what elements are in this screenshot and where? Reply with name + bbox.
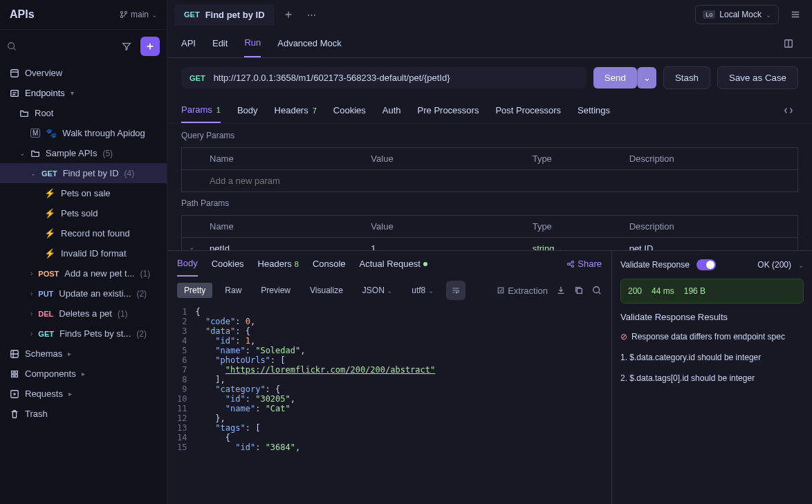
plus-icon (284, 10, 293, 19)
nav-endpoints[interactable]: Endpoints ▾ (0, 83, 167, 103)
col-name: Name (210, 221, 371, 232)
resp-tab-cookies[interactable]: Cookies (212, 252, 244, 276)
nav-find-status[interactable]: › GET Finds Pets by st... (2) (0, 324, 167, 344)
subtab-api[interactable]: API (181, 30, 196, 57)
resp-tab-actual[interactable]: Actual Request (360, 252, 427, 276)
sidebar: APIs main ⌄ Overview Endpoints ▾ Root (0, 0, 167, 504)
format-encoding[interactable]: utf8 ⌄ (405, 283, 440, 298)
menu-button[interactable] (786, 5, 805, 24)
nav-invalid[interactable]: ⚡ Invalid ID format (0, 243, 167, 263)
subtab-mock[interactable]: Advanced Mock (277, 30, 342, 57)
search-icon[interactable] (592, 286, 602, 295)
validate-toggle[interactable] (696, 259, 716, 270)
nav-count: (2) (136, 289, 147, 299)
svg-point-18 (593, 287, 600, 293)
dot-indicator (423, 262, 427, 266)
nav-root[interactable]: Root (0, 103, 167, 123)
param-tab-pre[interactable]: Pre Processors (418, 98, 479, 122)
format-row: Pretty Raw Preview Visualize JSON ⌄ utf8… (167, 277, 611, 304)
table-row[interactable]: ⌄ petId 1 string ⌄ pet ID (181, 237, 798, 251)
nav-count: (1) (140, 269, 150, 279)
format-json[interactable]: JSON ⌄ (356, 283, 399, 298)
chevron-down-icon: ⌄ (643, 73, 651, 83)
nav-find-pet[interactable]: ⌄ GET Find pet by ID (4) (0, 163, 167, 183)
status-text: OK (200) (757, 260, 791, 270)
stash-button[interactable]: Stash (663, 66, 710, 89)
chevron-down-icon: ⌄ (151, 11, 157, 19)
response-left: Body Cookies Headers8 Console Actual Req… (167, 251, 611, 504)
nav-requests[interactable]: Requests ▸ (0, 384, 167, 404)
nav-pets-sale[interactable]: ⚡ Pets on sale (0, 183, 167, 203)
chevron-icon: ▸ (68, 350, 71, 357)
wrap-button[interactable] (446, 281, 465, 300)
download-icon[interactable] (556, 286, 566, 295)
save-case-button[interactable]: Save as Case (717, 66, 798, 89)
table-row-new[interactable] (181, 169, 798, 192)
nav-trash[interactable]: Trash (0, 404, 167, 424)
extraction-icon (497, 286, 505, 295)
nav-count: (2) (136, 329, 147, 339)
response-body[interactable]: 123456789101112131415 { "code": 0, "data… (167, 304, 611, 504)
environment-select[interactable]: Lo Local Mock ⌄ (695, 5, 779, 24)
chevron-right-icon: › (30, 290, 33, 297)
send-dropdown-button[interactable]: ⌄ (637, 67, 656, 88)
nav-schemas[interactable]: Schemas ▸ (0, 344, 167, 364)
format-visualize[interactable]: Visualize (303, 283, 350, 298)
branch-select[interactable]: main ⌄ (120, 10, 157, 19)
layout-button[interactable] (779, 34, 798, 53)
format-pretty[interactable]: Pretty (177, 283, 212, 298)
nav-walkthrough[interactable]: M 🐾 Walk through Apidog (0, 123, 167, 143)
add-button[interactable] (140, 37, 160, 56)
subtab-edit[interactable]: Edit (212, 30, 228, 57)
param-tab-post[interactable]: Post Processors (495, 98, 561, 122)
filter-button[interactable] (117, 37, 136, 56)
subtabs: API Edit Run Advanced Mock (167, 29, 812, 58)
tab-title: Find pet by ID (205, 10, 265, 20)
url-value: http://127.0.0.1:3658/m1/602173-568233-d… (214, 73, 450, 83)
env-label: Local Mock (719, 10, 762, 19)
svg-point-15 (572, 265, 574, 267)
method-badge: DEL (38, 310, 53, 318)
nav-update-pet[interactable]: › PUT Update an existi... (2) (0, 283, 167, 304)
share-button[interactable]: Share (566, 259, 602, 269)
url-input[interactable]: GET http://127.0.0.1:3658/m1/602173-5682… (181, 67, 587, 88)
sidebar-toolbar (0, 30, 167, 63)
search-input[interactable] (7, 41, 113, 51)
new-tab-button[interactable] (279, 5, 298, 24)
param-tab-body[interactable]: Body (237, 98, 258, 122)
more-tabs-button[interactable]: ⋯ (302, 5, 322, 24)
code-view-button[interactable] (779, 101, 798, 120)
format-preview[interactable]: Preview (254, 283, 297, 298)
send-button[interactable]: Send (593, 67, 637, 88)
nav-delete-pet[interactable]: › DEL Deletes a pet (1) (0, 304, 167, 324)
method-badge: PUT (38, 290, 53, 298)
nav-pets-sold[interactable]: ⚡ Pets sold (0, 203, 167, 223)
nav-not-found[interactable]: ⚡ Record not found (0, 223, 167, 243)
chevron-down-icon: ⌄ (19, 149, 25, 157)
param-tab-cookies[interactable]: Cookies (333, 98, 366, 122)
nav-label: Schemas (25, 348, 62, 359)
param-tab-settings[interactable]: Settings (578, 98, 610, 122)
nav-sample-apis[interactable]: ⌄ Sample APIs (5) (0, 143, 167, 163)
tab-find-pet[interactable]: GET Find pet by ID (174, 4, 275, 26)
new-param-input[interactable] (210, 176, 371, 186)
subtab-run[interactable]: Run (244, 29, 261, 57)
tab-count: 1 (216, 106, 221, 114)
resp-tab-headers[interactable]: Headers8 (258, 252, 299, 276)
param-tab-headers[interactable]: Headers7 (275, 98, 317, 122)
nav-add-pet[interactable]: › POST Add a new pet t... (1) (0, 263, 167, 283)
chevron-down-icon[interactable]: ⌄ (798, 261, 804, 269)
extraction-button[interactable]: Extraction (497, 286, 548, 296)
chevron-icon: ▸ (82, 370, 85, 377)
param-tab-auth[interactable]: Auth (382, 98, 401, 122)
nav-overview[interactable]: Overview (0, 63, 167, 83)
resp-tab-body[interactable]: Body (177, 251, 198, 277)
param-tab-params[interactable]: Params1 (181, 97, 221, 123)
format-raw[interactable]: Raw (218, 283, 248, 298)
resp-tab-console[interactable]: Console (313, 252, 346, 276)
error-text: Response data differs from endpoint spec (631, 332, 785, 342)
requests-icon (10, 389, 19, 399)
nav-components[interactable]: Components ▸ (0, 364, 167, 384)
col-desc: Description (629, 153, 791, 164)
copy-icon[interactable] (574, 286, 584, 295)
